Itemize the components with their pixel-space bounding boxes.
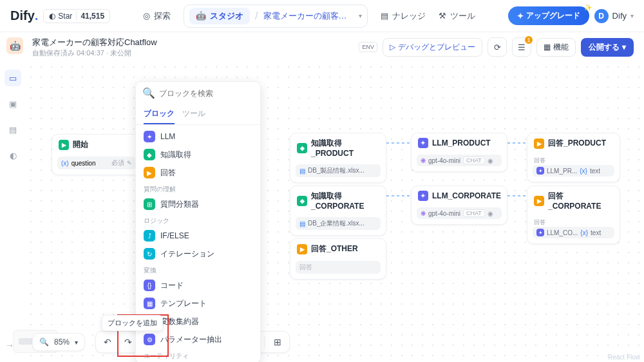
- picker-item-llm[interactable]: ✦LLM: [136, 128, 260, 146]
- env-badge[interactable]: ENV: [359, 42, 377, 52]
- features-button[interactable]: ▦機能: [536, 38, 576, 57]
- nav-knowledge[interactable]: ▤ナレッジ: [381, 10, 426, 22]
- organize-icon: ⊞: [274, 337, 281, 347]
- book-icon: ▤: [381, 11, 388, 21]
- knowledge-icon: ◆: [144, 149, 155, 160]
- nav-studio[interactable]: 🤖スタジオ: [189, 8, 250, 24]
- file-icon: ▤: [299, 220, 305, 227]
- undo-button[interactable]: ↶: [100, 334, 115, 350]
- loop-icon: ↻: [144, 248, 155, 260]
- picker-item-iteration[interactable]: ↻イテレーション: [136, 245, 260, 263]
- robot-icon: 🤖: [196, 11, 206, 21]
- search-icon: 🔍: [142, 87, 155, 99]
- llm-icon: ✦: [144, 131, 155, 142]
- eye-icon: ◉: [488, 210, 493, 217]
- knowledge-icon: ◆: [297, 143, 307, 153]
- branch-icon: ⤴: [144, 230, 155, 242]
- answer-icon: ▶: [534, 196, 544, 206]
- node-start[interactable]: ▶開始 (x)question必須✎: [52, 134, 142, 175]
- node-llm-product[interactable]: ✦LLM_PRODUCT ❋gpt-4o-miniCHAT◉: [411, 133, 507, 172]
- app-subheader: 家電メーカーの顧客対応Chatflow 自動保存済み 04:04:37 · 未公…: [0, 32, 644, 62]
- zoom-out-icon[interactable]: 🔍: [39, 338, 49, 347]
- start-icon: ▶: [59, 140, 69, 150]
- picker-item-code[interactable]: {}コード: [136, 276, 260, 294]
- app-icon: 🤖: [6, 37, 23, 54]
- compass-icon: ◎: [143, 11, 150, 21]
- clock-icon: ⟳: [494, 43, 501, 52]
- block-search-input[interactable]: [159, 89, 256, 98]
- rail-workflow-icon[interactable]: ▭: [5, 70, 21, 86]
- template-icon: ▦: [144, 298, 155, 309]
- answer-icon: ▶: [144, 167, 155, 178]
- avatar: D: [594, 9, 609, 23]
- classifier-icon: ⊞: [144, 198, 155, 210]
- app-meta: 自動保存済み 04:04:37 · 未公開: [32, 48, 157, 58]
- wrench-icon: ⚒: [439, 11, 446, 21]
- code-icon: {}: [144, 280, 155, 291]
- chevron-down-icon: ▾: [622, 43, 626, 52]
- answer-icon: ▶: [297, 244, 307, 254]
- var-icon: (x): [61, 160, 69, 167]
- picker-item-answer[interactable]: ▶回答: [136, 164, 260, 182]
- node-answer-other[interactable]: ▶回答_OTHER 回答: [290, 238, 386, 280]
- picker-tab-block[interactable]: ブロック: [144, 104, 175, 124]
- answer-icon: ▶: [534, 138, 544, 149]
- user-menu[interactable]: D Dify ▾: [594, 9, 634, 23]
- publish-button[interactable]: 公開する▾: [581, 38, 634, 57]
- debug-preview-button[interactable]: ▷デバッグとプレビュー: [383, 38, 482, 57]
- add-block-tooltip: ブロックを追加: [102, 315, 163, 331]
- picker-tab-tool[interactable]: ツール: [182, 104, 205, 124]
- llm-icon: ✦: [418, 191, 428, 201]
- picker-item-template[interactable]: ▦テンプレート: [136, 294, 260, 312]
- llm-icon: ✦: [418, 138, 428, 148]
- breadcrumb-app[interactable]: 家電メーカーの顧客対応C...: [263, 10, 354, 22]
- checklist-icon: ☰: [518, 43, 526, 52]
- github-icon: ◐: [49, 12, 55, 21]
- checklist-button[interactable]: ☰1: [512, 37, 531, 57]
- picker-item-knowledge[interactable]: ◆知識取得: [136, 146, 260, 164]
- redo-button[interactable]: ↷: [120, 334, 136, 350]
- grid-icon: ▦: [544, 43, 551, 52]
- eye-icon: ◉: [488, 157, 493, 164]
- undo-icon: ↶: [104, 337, 111, 347]
- left-rail: ▭ ▣ ▤ ◐: [0, 62, 26, 164]
- play-icon: ▷: [390, 43, 395, 52]
- node-answer-corporate[interactable]: ▶回答_CORPORATE 回答✦LLM_CO...{x}text: [527, 186, 620, 244]
- node-knowledge-corporate[interactable]: ◆知識取得_CORPORATE ▤DB_企業情報.xlsx...: [290, 186, 386, 236]
- upgrade-button[interactable]: ✦アップグレード✨: [508, 6, 589, 25]
- nav-tools[interactable]: ⚒ツール: [439, 10, 475, 22]
- logo[interactable]: Dify.: [10, 8, 38, 23]
- rail-list-icon[interactable]: ▤: [5, 121, 21, 138]
- node-knowledge-product[interactable]: ◆知識取得_PRODUCT ▤DB_製品情報.xlsx...: [290, 133, 386, 183]
- nav-studio-wrap: 🤖スタジオ / 家電メーカーの顧客対応C... ▾: [184, 5, 367, 28]
- chevron-down-icon[interactable]: ▾: [75, 339, 78, 346]
- sparkle-icon: ✦: [517, 12, 524, 21]
- zoom-control[interactable]: 🔍 85% ▾: [32, 333, 85, 351]
- organize-button[interactable]: ⊞: [270, 334, 285, 350]
- node-llm-corporate[interactable]: ✦LLM_CORPORATE ❋gpt-4o-miniCHAT◉: [411, 186, 507, 225]
- rail-image-icon[interactable]: ▣: [5, 95, 21, 112]
- app-title: 家電メーカーの顧客対応Chatflow: [32, 37, 157, 48]
- model-icon: ❋: [421, 157, 426, 164]
- picker-item-ifelse[interactable]: ⤴IF/ELSE: [136, 227, 260, 245]
- picker-item-classifier[interactable]: ⊞質問分類器: [136, 195, 260, 213]
- redo-icon: ↷: [124, 337, 132, 347]
- react-flow-attribution: React Flow: [608, 354, 640, 361]
- model-icon: ❋: [421, 210, 426, 217]
- rail-help-icon[interactable]: ◐: [5, 147, 21, 164]
- file-icon: ▤: [299, 167, 305, 175]
- nav-explore[interactable]: ◎探索: [143, 10, 171, 22]
- node-answer-product[interactable]: ▶回答_PRODUCT 回答✦LLM_PR...{x}text: [527, 133, 620, 182]
- github-star-button[interactable]: ◐ Star 41,515: [43, 9, 110, 23]
- top-header: Dify. ◐ Star 41,515 ◎探索 🤖スタジオ / 家電メーカーの顧…: [0, 0, 644, 32]
- history-button[interactable]: ⟳: [488, 37, 507, 57]
- param-icon: ⚙: [144, 334, 155, 345]
- picker-item-param[interactable]: ⚙パラメーター抽出: [136, 330, 260, 348]
- knowledge-icon: ◆: [297, 196, 307, 206]
- chevron-down-icon: ▾: [630, 12, 634, 19]
- chevron-down-icon[interactable]: ▾: [359, 12, 362, 19]
